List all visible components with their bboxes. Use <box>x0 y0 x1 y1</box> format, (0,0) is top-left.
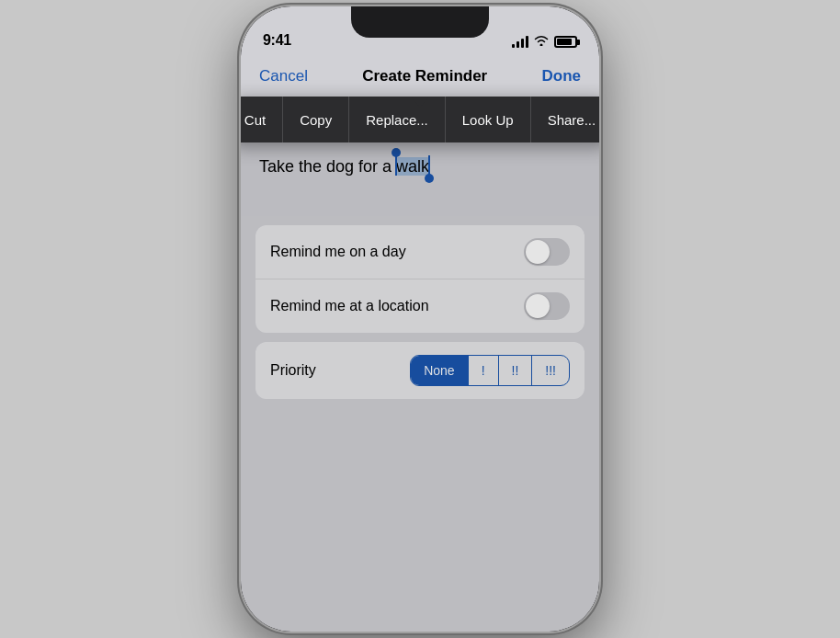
cut-button[interactable]: Cut <box>241 97 283 142</box>
priority-label: Priority <box>270 362 316 379</box>
cancel-button[interactable]: Cancel <box>259 67 308 85</box>
context-menu-container: Cut Copy Replace... Look Up Share... <box>241 97 599 142</box>
priority-section: Priority None ! !! !!! <box>255 342 585 399</box>
priority-buttons: None ! !! !!! <box>410 355 570 386</box>
priority-none-button[interactable]: None <box>411 356 468 385</box>
nav-title: Create Reminder <box>362 67 487 85</box>
context-menu-arrow <box>411 97 429 108</box>
wifi-icon <box>534 35 549 49</box>
battery-icon <box>554 36 577 48</box>
phone-frame: 9:41 <box>241 6 599 632</box>
priority-high-button[interactable]: !!! <box>532 356 569 385</box>
status-icons <box>512 35 577 49</box>
form-section-reminders: Remind me on a day Remind me at a locati… <box>255 225 585 333</box>
status-time: 9:41 <box>263 32 291 49</box>
text-content[interactable]: Take the dog for a walk <box>259 155 581 178</box>
remind-day-toggle[interactable] <box>524 238 570 266</box>
selected-text: walk <box>396 157 429 176</box>
share-button[interactable]: Share... <box>531 97 599 142</box>
priority-low-button[interactable]: ! <box>469 356 499 385</box>
signal-icon <box>512 37 528 48</box>
text-before-selection: Take the dog for a <box>259 157 396 176</box>
copy-button[interactable]: Copy <box>283 97 349 142</box>
remind-day-label: Remind me on a day <box>270 244 406 260</box>
notch <box>351 6 489 38</box>
form-row-location: Remind me at a location <box>255 279 585 333</box>
text-input-area[interactable]: Take the dog for a walk <box>241 142 599 216</box>
remind-location-label: Remind me at a location <box>270 298 429 314</box>
screen: 9:41 <box>241 6 599 632</box>
priority-medium-button[interactable]: !! <box>499 356 533 385</box>
cursor-end <box>428 155 430 176</box>
nav-bar: Cancel Create Reminder Done <box>241 56 599 97</box>
cursor-start <box>395 155 397 176</box>
replace-button[interactable]: Replace... <box>349 97 446 142</box>
remind-location-toggle[interactable] <box>524 292 570 320</box>
done-button[interactable]: Done <box>541 67 581 85</box>
form-row-day: Remind me on a day <box>255 225 585 279</box>
look-up-button[interactable]: Look Up <box>446 97 531 142</box>
